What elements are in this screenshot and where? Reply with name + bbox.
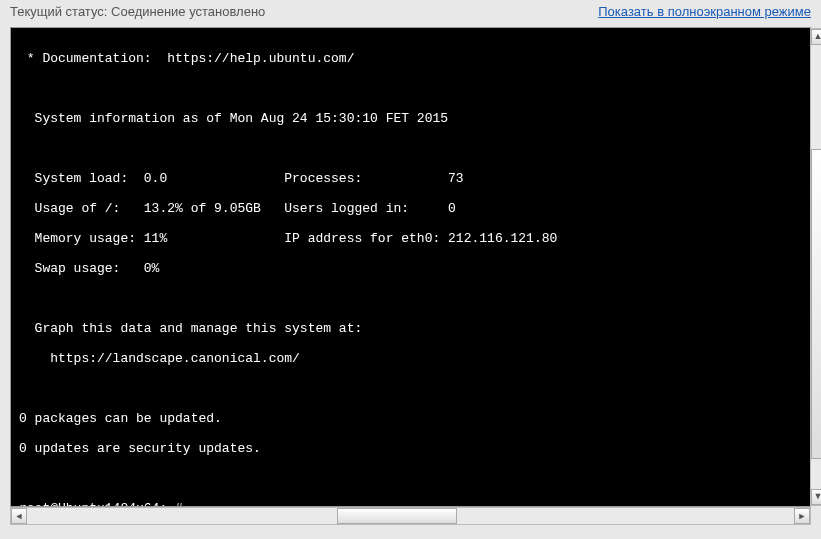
doc-line: * Documentation: https://help.ubuntu.com… bbox=[19, 51, 802, 66]
fullscreen-link[interactable]: Показать в полноэкранном режиме bbox=[598, 4, 811, 19]
scroll-down-button[interactable]: ▼ bbox=[811, 489, 821, 505]
blank bbox=[19, 291, 802, 306]
pkg-line: 0 updates are security updates. bbox=[19, 441, 802, 456]
scroll-right-button[interactable]: ► bbox=[794, 508, 810, 524]
horizontal-scroll-track[interactable] bbox=[27, 508, 794, 524]
vertical-scrollbar[interactable]: ▲ ▼ bbox=[810, 28, 821, 506]
scroll-left-button[interactable]: ◄ bbox=[11, 508, 27, 524]
sysinfo-row: Swap usage: 0% bbox=[19, 261, 802, 276]
graph-line: Graph this data and manage this system a… bbox=[19, 321, 802, 336]
sysinfo-row: Memory usage: 11% IP address for eth0: 2… bbox=[19, 231, 802, 246]
horizontal-scroll-thumb[interactable] bbox=[337, 508, 457, 524]
graph-url: https://landscape.canonical.com/ bbox=[19, 351, 802, 366]
sysinfo-row: System load: 0.0 Processes: 73 bbox=[19, 171, 802, 186]
sysinfo-header: System information as of Mon Aug 24 15:3… bbox=[19, 111, 802, 126]
terminal[interactable]: * Documentation: https://help.ubuntu.com… bbox=[11, 28, 810, 506]
scroll-up-button[interactable]: ▲ bbox=[811, 29, 821, 45]
prompt-line: root@Ubuntu1404x64:~# bbox=[19, 501, 802, 506]
blank bbox=[19, 471, 802, 486]
blank bbox=[19, 381, 802, 396]
vertical-scroll-thumb[interactable] bbox=[811, 149, 821, 459]
status-text: Текущий статус: Соединение установлено bbox=[10, 4, 265, 19]
blank bbox=[19, 81, 802, 96]
status-label: Текущий статус: bbox=[10, 4, 107, 19]
pkg-line: 0 packages can be updated. bbox=[19, 411, 802, 426]
status-value: Соединение установлено bbox=[111, 4, 265, 19]
horizontal-scrollbar[interactable]: ◄ ► bbox=[10, 507, 811, 525]
status-bar: Текущий статус: Соединение установлено П… bbox=[0, 0, 821, 23]
blank bbox=[19, 141, 802, 156]
terminal-wrapper: * Documentation: https://help.ubuntu.com… bbox=[10, 27, 811, 507]
sysinfo-row: Usage of /: 13.2% of 9.05GB Users logged… bbox=[19, 201, 802, 216]
